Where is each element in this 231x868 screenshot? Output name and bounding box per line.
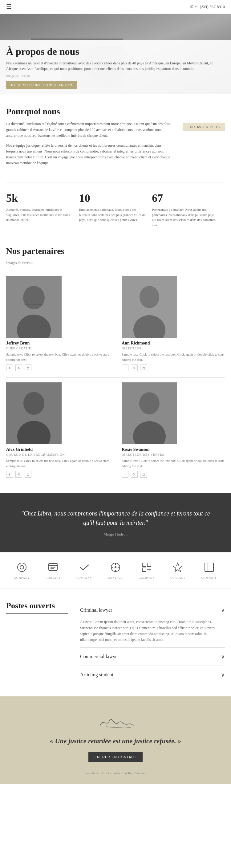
logos-section: COMPANY CONTACT COMPANY [0, 552, 231, 589]
logo-svg-7 [204, 562, 215, 573]
svg-rect-36 [205, 563, 213, 571]
twitter-icon-4[interactable]: 𝕏 [131, 471, 138, 477]
partner-silhouette-3 [6, 382, 62, 444]
instagram-icon-1[interactable]: ◻ [25, 365, 31, 371]
why-us-para1: La diversité, l'inclusion et l'égalité s… [6, 121, 173, 139]
logo-label-5: COMPANY [139, 576, 155, 579]
quote-text: "Chez Libra, nous comprenons l'importanc… [19, 509, 212, 527]
chevron-icon-2: ∨ [221, 653, 225, 660]
social-icons-2: f 𝕏 ◻ [122, 365, 225, 371]
partner-role-3: GOUROU DE LA PROGRAMMATION [6, 453, 111, 456]
logo-icon-7 [204, 562, 215, 575]
svg-rect-32 [142, 568, 146, 571]
hero-description: Nous sommes un cabinet d'avocats interna… [6, 60, 225, 71]
partner-desc-3: Sample text. Click to select the text bo… [6, 458, 111, 468]
stat-number-1: 5k [6, 192, 73, 205]
partners-grid: Jeffrey Brun CHEF CRÉATIF Sample text. C… [6, 272, 225, 484]
open-positions-section: Postes ouverts Criminal lawyer ∨ Answer.… [0, 589, 231, 696]
partner-name-1: Jeffrey Brun [6, 341, 111, 346]
svg-point-25 [114, 566, 117, 568]
logo-item-1[interactable]: COMPANY [14, 562, 30, 579]
logo-item-4[interactable]: CONTACT [108, 562, 123, 579]
facebook-icon-1[interactable]: f [6, 365, 13, 371]
quote-author: Margo Hudson [19, 532, 212, 537]
positions-right: Criminal lawyer ∨ Answer. Lorem ipsum do… [80, 601, 225, 684]
logo-svg-6 [172, 562, 183, 573]
why-us-section: Pourquoi nous La diversité, l'inclusion … [0, 94, 231, 182]
positions-title: Postes ouverts [6, 601, 68, 611]
logo-item-3[interactable]: COMPANY [76, 562, 92, 579]
hero-title: À propos de nous [6, 46, 225, 57]
accordion-item-1: Criminal lawyer ∨ Answer. Lorem ipsum do… [80, 601, 225, 648]
logo-item-7[interactable]: COMPANY [201, 562, 217, 579]
facebook-icon-2[interactable]: f [122, 365, 128, 371]
svg-rect-30 [142, 563, 146, 567]
contact-button[interactable]: ENTRER EN CONTACT [89, 752, 142, 762]
logo-item-2[interactable]: CONTACT [45, 562, 61, 579]
twitter-icon-3[interactable]: 𝕏 [15, 471, 22, 477]
partner-name-3: Alex Grinfield [6, 447, 111, 452]
svg-rect-20 [49, 564, 57, 570]
accordion-content-1: Answer. Lorem ipsum dolor sit amet, cons… [80, 619, 225, 647]
svg-point-6 [23, 286, 45, 309]
logo-label-1: COMPANY [14, 576, 30, 579]
logo-icon-1 [16, 562, 27, 575]
consult-button[interactable]: RÉSERVER UNE CONSULTATION [6, 81, 77, 89]
partner-role-4: DIRECTEUR DES VENTES [122, 453, 225, 456]
why-us-para2: Notre équipe juridique reflète la divers… [6, 143, 173, 166]
logo-icon-2 [47, 562, 59, 575]
svg-point-10 [139, 286, 159, 308]
stat-number-2: 10 [79, 192, 146, 205]
svg-point-19 [20, 565, 24, 569]
partners-section: Nos partenaires Images de Freepik Jeffre… [0, 237, 231, 493]
partner-silhouette-1 [6, 276, 62, 338]
why-us-content: La diversité, l'inclusion et l'égalité s… [6, 121, 225, 170]
stat-item-1: 5k Associés, avocats, assistants juridiq… [6, 192, 79, 227]
social-icons-3: f 𝕏 ◻ [6, 471, 111, 477]
partners-subtitle: Images de Freepik [6, 261, 225, 265]
accordion-header-1[interactable]: Criminal lawyer ∨ [80, 601, 225, 619]
en-savoir-button[interactable]: EN SAVOIR PLUS [183, 123, 225, 131]
facebook-icon-3[interactable]: f [6, 471, 13, 477]
logo-svg-4 [110, 562, 121, 573]
instagram-icon-3[interactable]: ◻ [25, 471, 31, 477]
why-us-side: EN SAVOIR PLUS [183, 121, 225, 170]
accordion-header-2[interactable]: Commercial lawyer ∨ [80, 648, 225, 665]
final-quote-text: « Une justice retardée est une justice r… [12, 737, 219, 746]
logo-label-7: COMPANY [201, 576, 217, 579]
chevron-icon-1: ∨ [221, 607, 225, 614]
chevron-icon-3: ∨ [221, 672, 225, 678]
logo-item-6[interactable]: CONTACT [170, 562, 186, 579]
instagram-icon-2[interactable]: ◻ [140, 365, 147, 371]
partner-photo-3 [6, 382, 62, 444]
partner-photo-2 [122, 276, 177, 338]
partner-card-3: Alex Grinfield GOUROU DE LA PROGRAMMATIO… [6, 378, 116, 484]
instagram-icon-4[interactable]: ◻ [140, 471, 147, 477]
logo-icon-4 [110, 562, 121, 575]
twitter-icon-2[interactable]: 𝕏 [131, 365, 138, 371]
stat-item-2: 10 Emplacements nationaux. Nous avons de… [79, 192, 152, 227]
partner-silhouette-4 [122, 382, 177, 444]
svg-point-13 [24, 392, 44, 415]
facebook-icon-4[interactable]: f [122, 471, 128, 477]
accordion-header-3[interactable]: Articling student ∨ [80, 666, 225, 684]
accordion-item-2: Commercial lawyer ∨ [80, 648, 225, 666]
partner-card-2: Ann Richmond DIRECTEUR Sample text. Clic… [116, 272, 225, 378]
site-header: ☰ ✆ +1 (234) 567-8910 [0, 0, 231, 14]
partners-title: Nos partenaires [6, 246, 225, 256]
hero-image-credit: Image de Freepik [6, 74, 225, 78]
svg-rect-31 [147, 563, 151, 567]
hero-section: À propos de nous Nous sommes un cabinet … [0, 14, 231, 94]
partner-photo-4 [122, 382, 177, 444]
partner-photo-1 [6, 276, 62, 338]
twitter-icon-1[interactable]: 𝕏 [15, 365, 22, 371]
logo-svg-5 [141, 562, 152, 573]
accordion-text-1: Answer. Lorem ipsum dolor sit amet, cons… [80, 619, 225, 643]
logo-svg-3 [79, 562, 90, 573]
svg-point-16 [139, 392, 160, 414]
svg-marker-35 [173, 563, 182, 571]
menu-icon[interactable]: ☰ [6, 3, 12, 10]
stat-item-3: 67 Partenariats à l'étranger. Nous avons… [152, 192, 225, 227]
partner-desc-4: Sample text. Click to select the text bo… [122, 458, 225, 468]
logo-item-5[interactable]: COMPANY [139, 562, 155, 579]
